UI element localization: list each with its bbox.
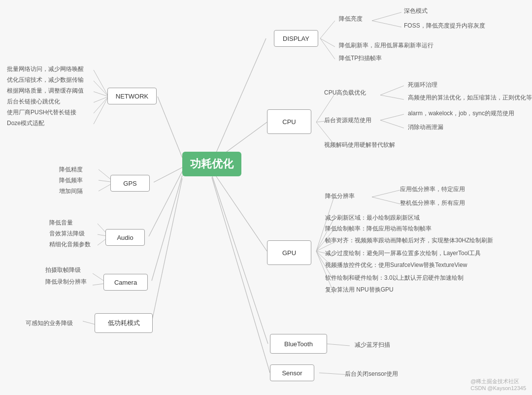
audio-child-2: 音效算法降级 — [49, 230, 85, 238]
gpu-child-8: 复杂算法用 NPU替换GPU — [325, 286, 394, 294]
network-child-4: 后台长链接心跳优化 — [7, 98, 60, 106]
network-child-5: 使用厂商PUSH代替长链接 — [7, 108, 76, 117]
svg-line-44 — [152, 175, 182, 281]
svg-line-7 — [320, 38, 335, 59]
svg-line-6 — [320, 38, 335, 47]
gpu-label: GPU — [282, 249, 296, 257]
gpu-child-2: 减少刷新区域：最小绘制跟刷新区域 — [325, 214, 420, 222]
audio-child-3: 精细化音频参数 — [49, 240, 91, 249]
cpu-child-1-2: 高频使用的算法优化，如压缩算法，正则优化等 — [408, 94, 532, 102]
display-child-2: 降低刷新率，应用低屏幕刷新率运行 — [339, 41, 433, 50]
display-child-1-1: 深色模式 — [404, 7, 428, 15]
network-node: NETWORK — [107, 88, 157, 104]
gps-label: GPS — [123, 180, 136, 187]
cpu-node: CPU — [267, 109, 311, 134]
network-label: NETWORK — [116, 93, 148, 100]
sensor-child-1: 后台关闭sensor使用 — [345, 370, 398, 378]
audio-child-1: 降低音量 — [49, 219, 73, 227]
network-child-6: Doze模式适配 — [7, 119, 44, 128]
network-child-2: 优化压缩技术，减少数据传输 — [7, 76, 84, 84]
audio-node: Audio — [105, 229, 145, 246]
gps-child-3: 增加间隔 — [59, 187, 83, 196]
gpu-child-5: 减少过度绘制：避免同一屏幕位置多次绘制，LayerTool工具 — [325, 249, 481, 258]
svg-line-15 — [380, 114, 404, 120]
cpu-child-2: 后台资源规范使用 — [324, 116, 371, 125]
watermark: @稀土掘金技术社区CSDN @Kayson12345 — [470, 378, 526, 391]
svg-line-5 — [320, 21, 335, 38]
svg-line-25 — [372, 190, 400, 197]
svg-line-2 — [212, 170, 267, 251]
camera-child-1: 拍摄取帧降级 — [45, 266, 81, 274]
bluetooth-child-1: 减少蓝牙扫描 — [355, 341, 390, 349]
cpu-child-2-1: alarm，wakelock，job，sync的规范使用 — [408, 109, 514, 118]
svg-line-16 — [380, 120, 404, 128]
gps-node: GPS — [110, 175, 150, 192]
gpu-node: GPU — [267, 240, 311, 265]
gpu-child-6: 视频播放控件优化：使用SurafceView替换TextureView — [325, 261, 467, 269]
svg-line-35 — [94, 97, 108, 124]
camera-label: Camera — [114, 279, 137, 286]
display-child-1-2: FOSS，降低亮度提升内容灰度 — [404, 22, 485, 30]
mindmap-svg — [0, 0, 532, 395]
gps-child-2: 降低频率 — [59, 176, 83, 185]
lowpower-label: 低功耗模式 — [108, 319, 140, 328]
svg-line-4 — [212, 177, 270, 373]
lowpower-child-1: 可感知的业务降级 — [26, 319, 73, 328]
svg-line-26 — [372, 197, 400, 204]
cpu-child-3: 视频解码使用硬解替代软解 — [324, 141, 395, 149]
center-label: 功耗优化 — [190, 157, 233, 171]
bluetooth-label: BlueTooth — [284, 340, 313, 348]
network-child-1: 批量网络访问，减少网络唤醒 — [7, 65, 84, 73]
gpu-child-1-1: 应用低分辨率，特定应用 — [400, 185, 465, 194]
gpu-child-1-2: 整机低分辨率，所有应用 — [400, 199, 465, 207]
camera-node: Camera — [103, 274, 148, 291]
svg-line-47 — [152, 178, 182, 322]
display-node: DISPLAY — [274, 30, 318, 47]
svg-line-29 — [158, 97, 182, 158]
cpu-child-1-1: 死循环治理 — [408, 81, 437, 89]
svg-line-33 — [94, 97, 108, 102]
network-child-3: 根据网络质量，调整缓存阈值 — [7, 87, 84, 95]
svg-line-3 — [212, 175, 268, 344]
svg-line-8 — [372, 12, 401, 21]
display-child-1: 降低亮度 — [339, 15, 363, 23]
gpu-child-4: 帧率对齐：视频频率跟动画降帧后对齐，实现整体30HZ绘制刷新 — [325, 236, 493, 245]
svg-line-0 — [212, 38, 266, 163]
center-node: 功耗优化 — [182, 152, 241, 176]
display-child-3: 降低TP扫描帧率 — [339, 54, 382, 63]
gpu-child-7: 软件绘制和硬件绘制：3.0以上默认开启硬件加速绘制 — [325, 274, 464, 282]
svg-line-40 — [149, 171, 182, 236]
display-label: DISPLAY — [283, 35, 309, 42]
bluetooth-node: BlueTooth — [270, 334, 327, 354]
mindmap-canvas: 功耗优化 DISPLAY 降低亮度 深色模式 FOSS，降低亮度提升内容灰度 降… — [0, 0, 532, 395]
cpu-child-1: CPU高负载优化 — [324, 89, 366, 97]
camera-child-2: 降低录制分辨率 — [45, 278, 87, 286]
svg-line-9 — [372, 21, 401, 27]
gps-child-1: 降低精度 — [59, 165, 83, 174]
cpu-label: CPU — [282, 118, 296, 126]
svg-line-27 — [326, 344, 350, 346]
svg-line-13 — [380, 86, 404, 95]
svg-line-14 — [380, 95, 404, 99]
gpu-child-1: 降低分辨率 — [325, 192, 355, 200]
sensor-node: Sensor — [270, 364, 314, 381]
cpu-child-2-2: 消除动画泄漏 — [408, 123, 443, 132]
sensor-label: Sensor — [282, 369, 302, 377]
gpu-child-3: 降低绘制帧率：降低应用动画等绘制帧率 — [325, 225, 432, 233]
lowpower-node: 低功耗模式 — [95, 313, 153, 333]
audio-label: Audio — [117, 234, 133, 241]
